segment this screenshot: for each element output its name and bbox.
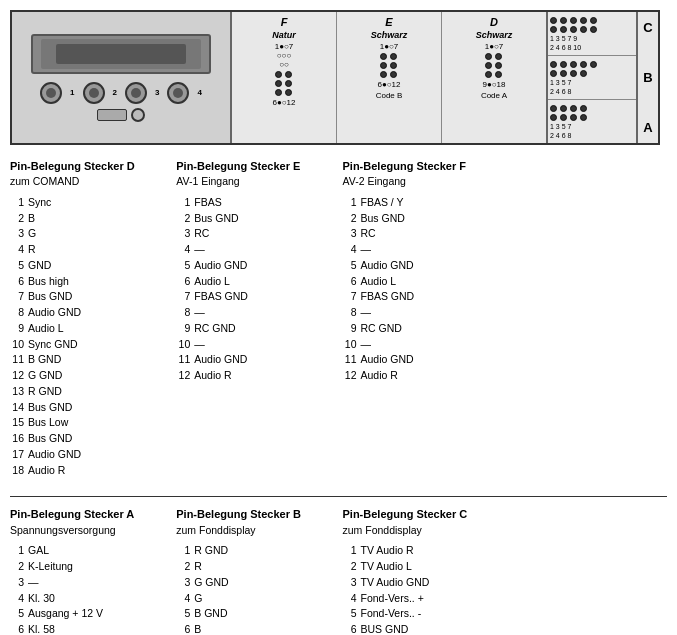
pin-name: Audio GND xyxy=(28,447,168,463)
pin-number: 3 xyxy=(176,226,190,242)
pin-entry: 5GND xyxy=(10,258,168,274)
pin-number: 4 xyxy=(176,591,190,607)
pin-name: Bus GND xyxy=(194,211,334,227)
pin-entry: 2K-Leitung xyxy=(10,559,168,575)
pin-entry: 4R xyxy=(10,242,168,258)
pin-name: — xyxy=(361,242,501,258)
stecker-D-entries: 1Sync2B3G4R5GND6Bus high7Bus GND8Audio G… xyxy=(10,195,168,479)
connector-diagram: 1 2 3 4 F Natur 1●○7 ○○○ ○○ 6●○12 xyxy=(10,10,660,145)
pin-name: Ausgang + 12 V xyxy=(28,606,168,622)
pin-entry: 13R GND xyxy=(10,384,168,400)
side-letter-B: B xyxy=(643,70,652,85)
stecker-A-title: Pin-Belegung Stecker A xyxy=(10,507,168,521)
pin-name: BUS GND xyxy=(361,622,501,635)
pin-table-empty-top xyxy=(509,159,667,478)
pin-number: 6 xyxy=(176,274,190,290)
stecker-C-title: Pin-Belegung Stecker C xyxy=(343,507,501,521)
pin-name: RC xyxy=(194,226,334,242)
pin-number: 10 xyxy=(10,337,24,353)
pin-number: 4 xyxy=(10,591,24,607)
pin-entry: 2Bus GND xyxy=(176,211,334,227)
pin-name: Audio L xyxy=(361,274,501,290)
pin-entry: 2B xyxy=(10,211,168,227)
pin-number: 1 xyxy=(10,195,24,211)
stecker-B-subtitle: zum Fonddisplay xyxy=(176,524,334,538)
pin-name: — xyxy=(361,337,501,353)
pin-number: 9 xyxy=(176,321,190,337)
pin-number: 2 xyxy=(10,211,24,227)
pin-number: 6 xyxy=(343,274,357,290)
pin-name: Audio L xyxy=(28,321,168,337)
pin-entry: 6B xyxy=(176,622,334,635)
block-D-letter: D xyxy=(490,16,498,28)
pin-number: 3 xyxy=(343,226,357,242)
pin-name: B xyxy=(194,622,334,635)
pin-entry: 10— xyxy=(176,337,334,353)
pin-entry: 8— xyxy=(176,305,334,321)
row-B: 1 3 5 7 2 4 6 8 xyxy=(548,56,636,100)
pin-number: 1 xyxy=(10,543,24,559)
pin-name: — xyxy=(28,575,168,591)
pin-number: 11 xyxy=(176,352,190,368)
pin-number: 16 xyxy=(10,431,24,447)
stecker-B-title: Pin-Belegung Stecker B xyxy=(176,507,334,521)
pin-name: — xyxy=(194,337,334,353)
stecker-A-subtitle: Spannungsversorgung xyxy=(10,524,168,538)
pin-name: Audio R xyxy=(28,463,168,479)
pin-number: 9 xyxy=(343,321,357,337)
pin-name: G GND xyxy=(28,368,168,384)
row-A: 1 3 5 7 2 4 6 8 xyxy=(548,100,636,143)
pin-name: TV Audio GND xyxy=(361,575,501,591)
pin-number: 1 xyxy=(343,543,357,559)
pin-number: 10 xyxy=(176,337,190,353)
pin-number: 5 xyxy=(176,606,190,622)
pin-entry: 4— xyxy=(176,242,334,258)
pin-entry: 12Audio R xyxy=(343,368,501,384)
pin-name: Audio GND xyxy=(361,258,501,274)
pin-name: Bus high xyxy=(28,274,168,290)
pin-number: 17 xyxy=(10,447,24,463)
pin-table-B: Pin-Belegung Stecker B zum Fonddisplay 1… xyxy=(176,507,334,635)
pin-number: 6 xyxy=(10,622,24,635)
pin-number: 6 xyxy=(10,274,24,290)
pin-name: FBAS GND xyxy=(361,289,501,305)
pin-name: Audio L xyxy=(194,274,334,290)
pin-number: 6 xyxy=(176,622,190,635)
pin-number: 2 xyxy=(176,211,190,227)
pin-entry: 2Bus GND xyxy=(343,211,501,227)
pin-entry: 4Fond-Vers.. + xyxy=(343,591,501,607)
stecker-C-entries: 1TV Audio R2TV Audio L3TV Audio GND4Fond… xyxy=(343,543,501,635)
pin-name: GND xyxy=(28,258,168,274)
pin-entry: 3G GND xyxy=(176,575,334,591)
bottom-pin-tables: Pin-Belegung Stecker A Spannungsversorgu… xyxy=(10,507,667,635)
left-device-section: 1 2 3 4 xyxy=(12,12,232,143)
pin-name: Audio GND xyxy=(28,305,168,321)
pin-entry: 15Bus Low xyxy=(10,415,168,431)
block-D: D Schwarz 1●○7 9●○18 Code A xyxy=(442,12,546,143)
pin-number: 3 xyxy=(10,575,24,591)
pin-entry: 5Fond-Vers.. - xyxy=(343,606,501,622)
pin-number: 15 xyxy=(10,415,24,431)
stecker-B-entries: 1R GND2R3G GND4G5B GND6B7Sync GND8Sync xyxy=(176,543,334,635)
pin-name: R GND xyxy=(194,543,334,559)
pin-number: 2 xyxy=(176,559,190,575)
pin-number: 12 xyxy=(176,368,190,384)
pin-number: 5 xyxy=(10,606,24,622)
pin-entry: 7FBAS GND xyxy=(343,289,501,305)
pin-name: Bus GND xyxy=(28,400,168,416)
pin-number: 8 xyxy=(10,305,24,321)
pin-entry: 1FBAS xyxy=(176,195,334,211)
pin-name: Audio GND xyxy=(361,352,501,368)
pin-name: Audio R xyxy=(194,368,334,384)
pin-name: Audio R xyxy=(361,368,501,384)
pin-name: G GND xyxy=(194,575,334,591)
stecker-F-entries: 1FBAS / Y2Bus GND3RC4—5Audio GND6Audio L… xyxy=(343,195,501,384)
pin-number: 3 xyxy=(343,575,357,591)
pin-table-empty-bottom xyxy=(509,507,667,635)
block-F-letter: F xyxy=(281,16,288,28)
pin-number: 6 xyxy=(343,622,357,635)
pin-number: 7 xyxy=(10,289,24,305)
block-E-name: Schwarz xyxy=(371,30,408,40)
pin-table-D: Pin-Belegung Stecker D zum COMAND 1Sync2… xyxy=(10,159,168,478)
pin-number: 3 xyxy=(10,226,24,242)
